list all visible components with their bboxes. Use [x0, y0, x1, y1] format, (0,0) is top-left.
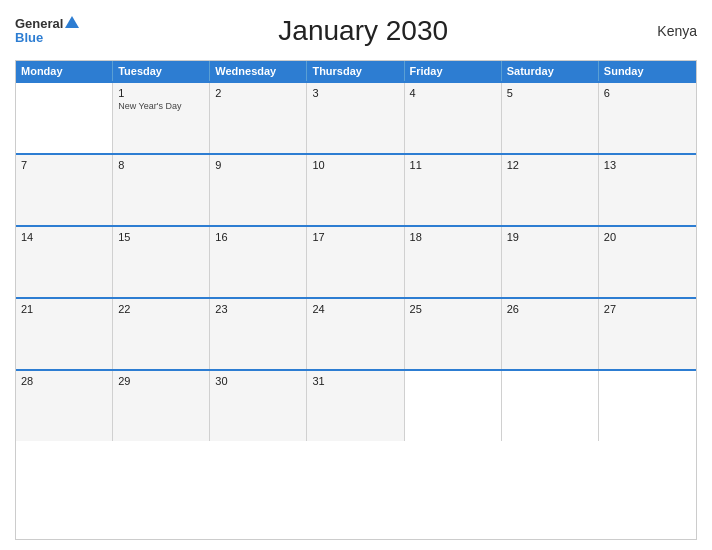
day-cell-1-0: 7	[16, 155, 113, 225]
day-number: 17	[312, 231, 398, 243]
calendar-grid: Monday Tuesday Wednesday Thursday Friday…	[15, 60, 697, 540]
day-cell-1-2: 9	[210, 155, 307, 225]
day-headers-row: Monday Tuesday Wednesday Thursday Friday…	[16, 61, 696, 81]
country-label: Kenya	[647, 23, 697, 39]
day-number: 7	[21, 159, 107, 171]
day-cell-3-5: 26	[502, 299, 599, 369]
day-number: 1	[118, 87, 204, 99]
day-cell-2-3: 17	[307, 227, 404, 297]
calendar-page: General Blue January 2030 Kenya Monday T…	[0, 0, 712, 550]
header-monday: Monday	[16, 61, 113, 81]
day-number: 8	[118, 159, 204, 171]
day-number: 3	[312, 87, 398, 99]
day-number: 27	[604, 303, 691, 315]
day-number: 21	[21, 303, 107, 315]
day-number: 9	[215, 159, 301, 171]
logo-general-text: General	[15, 17, 63, 31]
day-cell-1-5: 12	[502, 155, 599, 225]
day-cell-0-1: 1New Year's Day	[113, 83, 210, 153]
day-cell-2-0: 14	[16, 227, 113, 297]
day-cell-2-6: 20	[599, 227, 696, 297]
day-number: 23	[215, 303, 301, 315]
logo-triangle-icon	[65, 16, 79, 28]
day-cell-3-0: 21	[16, 299, 113, 369]
day-number: 18	[410, 231, 496, 243]
week-row-2: 78910111213	[16, 153, 696, 225]
day-cell-2-4: 18	[405, 227, 502, 297]
header-sunday: Sunday	[599, 61, 696, 81]
week-row-1: 1New Year's Day23456	[16, 81, 696, 153]
header-thursday: Thursday	[307, 61, 404, 81]
calendar-title: January 2030	[79, 15, 647, 47]
day-cell-4-4	[405, 371, 502, 441]
day-cell-3-3: 24	[307, 299, 404, 369]
day-number: 16	[215, 231, 301, 243]
day-number: 25	[410, 303, 496, 315]
week-row-4: 21222324252627	[16, 297, 696, 369]
calendar-header: General Blue January 2030 Kenya	[15, 10, 697, 52]
day-cell-4-3: 31	[307, 371, 404, 441]
day-cell-3-1: 22	[113, 299, 210, 369]
day-number: 5	[507, 87, 593, 99]
day-number: 29	[118, 375, 204, 387]
event-label: New Year's Day	[118, 101, 204, 111]
day-cell-0-5: 5	[502, 83, 599, 153]
day-cell-4-0: 28	[16, 371, 113, 441]
day-cell-1-6: 13	[599, 155, 696, 225]
day-number: 4	[410, 87, 496, 99]
day-cell-1-3: 10	[307, 155, 404, 225]
day-number: 28	[21, 375, 107, 387]
day-number: 6	[604, 87, 691, 99]
day-cell-2-1: 15	[113, 227, 210, 297]
day-cell-4-6	[599, 371, 696, 441]
day-number: 31	[312, 375, 398, 387]
day-cell-0-3: 3	[307, 83, 404, 153]
header-saturday: Saturday	[502, 61, 599, 81]
header-friday: Friday	[405, 61, 502, 81]
day-cell-4-2: 30	[210, 371, 307, 441]
header-tuesday: Tuesday	[113, 61, 210, 81]
day-number: 11	[410, 159, 496, 171]
day-number: 10	[312, 159, 398, 171]
calendar-body: 1New Year's Day2345678910111213141516171…	[16, 81, 696, 441]
day-number: 26	[507, 303, 593, 315]
day-number: 14	[21, 231, 107, 243]
day-cell-4-5	[502, 371, 599, 441]
day-cell-1-4: 11	[405, 155, 502, 225]
day-cell-3-2: 23	[210, 299, 307, 369]
day-cell-2-2: 16	[210, 227, 307, 297]
day-cell-1-1: 8	[113, 155, 210, 225]
day-cell-4-1: 29	[113, 371, 210, 441]
day-number: 13	[604, 159, 691, 171]
day-number: 2	[215, 87, 301, 99]
day-cell-0-6: 6	[599, 83, 696, 153]
day-number: 22	[118, 303, 204, 315]
day-number: 24	[312, 303, 398, 315]
logo-blue-text: Blue	[15, 31, 43, 45]
week-row-5: 28293031	[16, 369, 696, 441]
day-number: 30	[215, 375, 301, 387]
day-number: 12	[507, 159, 593, 171]
day-cell-3-6: 27	[599, 299, 696, 369]
logo: General Blue	[15, 17, 79, 46]
day-cell-0-4: 4	[405, 83, 502, 153]
day-cell-3-4: 25	[405, 299, 502, 369]
week-row-3: 14151617181920	[16, 225, 696, 297]
day-number: 20	[604, 231, 691, 243]
day-cell-0-0	[16, 83, 113, 153]
day-cell-2-5: 19	[502, 227, 599, 297]
day-number: 15	[118, 231, 204, 243]
day-cell-0-2: 2	[210, 83, 307, 153]
day-number: 19	[507, 231, 593, 243]
header-wednesday: Wednesday	[210, 61, 307, 81]
